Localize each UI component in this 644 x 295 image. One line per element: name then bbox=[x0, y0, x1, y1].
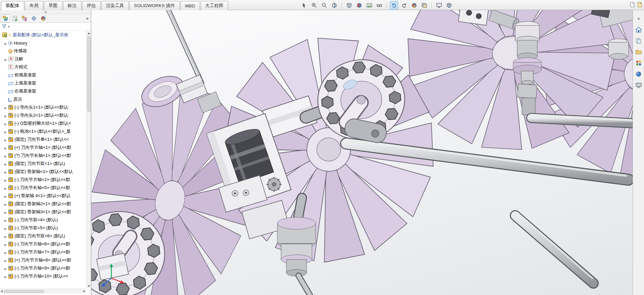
open-document-icon[interactable] bbox=[638, 2, 642, 8]
scroll-right-button[interactable] bbox=[84, 290, 85, 293]
new-document-icon[interactable] bbox=[630, 2, 635, 8]
section-view-icon[interactable] bbox=[330, 1, 338, 9]
redo-icon[interactable] bbox=[400, 1, 408, 9]
tab-displaymanager[interactable] bbox=[39, 14, 48, 22]
tree-item-component[interactable]: (固定) 骨架轴<1> (默认<<默认 bbox=[0, 168, 86, 176]
tree-item-component[interactable]: (-) 万向节方轴<6> (默认<<默 bbox=[0, 240, 86, 248]
tree-item-component[interactable]: (固定) 骨架轴2<1> (默认<<默 bbox=[0, 200, 86, 208]
tree-item-component[interactable]: (固定) 万向节双<1> (默认) bbox=[0, 160, 86, 168]
scenes-icon[interactable] bbox=[420, 1, 428, 9]
tree-item-component[interactable]: (-) 导向头1<1> (默认<<默认: bbox=[0, 103, 86, 111]
tree-item-right-plane[interactable]: 右视基准面 bbox=[0, 87, 86, 95]
select-arrow-icon[interactable] bbox=[300, 1, 308, 9]
scrollbar-thumb[interactable] bbox=[87, 36, 91, 112]
tab-render-tools[interactable]: 渲染工具 bbox=[101, 1, 129, 10]
tree-item-component[interactable]: (-) 万向节双<4> (默认) bbox=[0, 216, 86, 224]
tree-item-origin[interactable]: 原点 bbox=[0, 95, 86, 103]
display-settings-icon[interactable] bbox=[435, 1, 443, 9]
tab-sketch[interactable]: 草图 bbox=[44, 1, 62, 10]
panel-expand-icon[interactable]: » bbox=[86, 16, 89, 21]
expand-arrow-icon[interactable] bbox=[3, 193, 8, 198]
expand-arrow-icon[interactable] bbox=[3, 145, 8, 150]
forum-icon[interactable] bbox=[635, 70, 643, 78]
tree-item-component[interactable]: (-) 万向节方轴<7> (默认<<默 bbox=[0, 248, 86, 256]
tab-dimxpertmanager[interactable] bbox=[29, 14, 38, 22]
expand-arrow-icon[interactable] bbox=[3, 258, 8, 263]
expand-arrow-icon[interactable] bbox=[3, 234, 8, 239]
scroll-up-button[interactable] bbox=[87, 31, 91, 36]
expand-arrow-icon[interactable] bbox=[3, 250, 8, 255]
home-icon[interactable] bbox=[635, 26, 643, 34]
expand-arrow-icon[interactable] bbox=[3, 274, 8, 279]
tree-item-component[interactable]: (-) 万向节方轴<2> (默认<<默 bbox=[0, 176, 86, 184]
expand-arrow-icon[interactable] bbox=[3, 121, 8, 126]
tab-propertymanager[interactable] bbox=[10, 14, 19, 22]
tree-root[interactable]: 新装配体 (默认<默认_显示状 bbox=[0, 31, 86, 39]
tab-featuremanager[interactable] bbox=[1, 14, 10, 22]
tree-item-component[interactable]: (-) O型密封圈大径<1> (默认< bbox=[0, 119, 86, 127]
taskpane-expand-icon[interactable] bbox=[635, 15, 643, 23]
expand-arrow-icon[interactable] bbox=[3, 201, 8, 206]
tree-item-component[interactable]: (+) 万向节方轴<8> (默认<<默 bbox=[0, 256, 86, 264]
expand-arrow-icon[interactable] bbox=[3, 210, 8, 215]
tab-assembly[interactable]: 装配体 bbox=[1, 1, 24, 10]
scrollbar-thumb[interactable] bbox=[4, 290, 44, 293]
view-cube-icon[interactable] bbox=[445, 1, 453, 9]
expand-arrow-icon[interactable] bbox=[3, 153, 8, 158]
expand-arrow-icon[interactable] bbox=[3, 105, 8, 110]
expand-arrow-icon[interactable] bbox=[3, 41, 8, 46]
tab-mbd[interactable]: MBD bbox=[180, 1, 200, 10]
tree-item-top-plane[interactable]: 上视基准面 bbox=[0, 79, 86, 87]
tree-item-component[interactable]: (固定) 万向节双<6> (默认) bbox=[0, 232, 86, 240]
apply-scene-icon[interactable] bbox=[365, 1, 373, 9]
tab-solidworks-addins[interactable]: SOLIDWORKS 插件 bbox=[129, 1, 180, 10]
tree-filter-row[interactable] bbox=[0, 23, 91, 31]
scroll-left-button[interactable] bbox=[1, 290, 3, 293]
expand-arrow-icon[interactable] bbox=[3, 129, 8, 134]
scroll-down-button[interactable] bbox=[87, 284, 91, 288]
expand-arrow-icon[interactable] bbox=[3, 185, 8, 190]
tree-item-sensors[interactable]: 传感器 bbox=[0, 47, 86, 55]
edit-appearance-icon[interactable] bbox=[355, 1, 363, 9]
view-orientation-cube-icon[interactable] bbox=[345, 1, 353, 9]
panel-grip[interactable] bbox=[0, 10, 91, 14]
expand-arrow-icon[interactable] bbox=[3, 169, 8, 174]
appearances-ball-icon[interactable] bbox=[410, 1, 418, 9]
expand-arrow-icon[interactable] bbox=[3, 177, 8, 182]
tree-item-component[interactable]: (-) 万向节方轴<9> (默认<<默 bbox=[0, 264, 86, 272]
tab-big-engineer[interactable]: 大工程师 bbox=[201, 1, 228, 10]
shaft-bottom-right[interactable] bbox=[515, 213, 593, 283]
expand-arrow-icon[interactable] bbox=[3, 57, 8, 62]
tab-layout[interactable]: 布局 bbox=[25, 1, 43, 10]
design-library-icon[interactable] bbox=[635, 37, 643, 45]
3d-model-canvas[interactable] bbox=[91, 10, 633, 295]
zoom-to-area-icon[interactable] bbox=[320, 1, 328, 9]
tree-item-component[interactable]: (?) 万向节长轴<1> (默认<<默 bbox=[0, 152, 86, 160]
tree-item-history[interactable]: History bbox=[0, 39, 86, 47]
monitor-icon[interactable] bbox=[635, 81, 643, 89]
expand-arrow-icon[interactable] bbox=[3, 218, 8, 223]
tree-item-annotations[interactable]: 注解 bbox=[0, 55, 86, 63]
tree-item-component[interactable]: (-) 万向节双<5> (默认) bbox=[0, 224, 86, 232]
tree-item-equations[interactable]: 方程式 bbox=[0, 63, 86, 71]
expand-arrow-icon[interactable] bbox=[3, 226, 8, 231]
expand-arrow-icon[interactable] bbox=[3, 137, 8, 142]
zoom-to-fit-icon[interactable] bbox=[310, 1, 318, 9]
expand-arrow-icon[interactable] bbox=[3, 161, 8, 166]
filter-caret-icon[interactable] bbox=[8, 26, 10, 27]
tree-item-component[interactable]: (固定) 骨架轴3<1> (默认<<默 bbox=[0, 208, 86, 216]
expand-arrow-icon[interactable] bbox=[3, 113, 8, 118]
graphics-area[interactable] bbox=[91, 10, 633, 295]
tab-configurationmanager[interactable] bbox=[20, 14, 29, 22]
tree-item-component[interactable]: (固定) 万向节单<1> (默认<< bbox=[0, 135, 86, 143]
tree-item-component[interactable]: (+) 骨架轴 4<1> (默认<<默认 bbox=[0, 192, 86, 200]
tree-item-component[interactable]: (+) 万向节方轴<1> (默认<<默 bbox=[0, 143, 86, 152]
rod-top[interactable] bbox=[163, 10, 204, 83]
tree-item-component[interactable]: (-) 万向节方轴<10> (默认<< bbox=[0, 272, 86, 280]
tab-annotation[interactable]: 标注 bbox=[63, 1, 82, 10]
appearances-scenes-icon[interactable] bbox=[635, 59, 643, 67]
tree-item-component[interactable]: (-) 电池<1> (默认<<默认>_显 bbox=[0, 127, 86, 135]
undo-icon[interactable] bbox=[390, 1, 398, 9]
tree-item-front-plane[interactable]: 前视基准面 bbox=[0, 71, 86, 79]
tab-evaluate[interactable]: 评估 bbox=[82, 1, 101, 10]
